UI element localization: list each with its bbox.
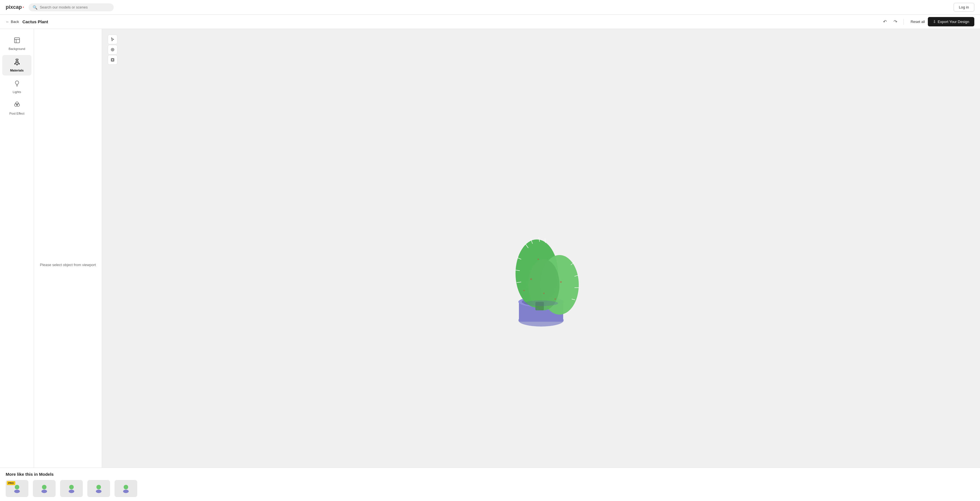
- svg-point-43: [524, 300, 558, 306]
- svg-point-47: [41, 490, 47, 493]
- lights-icon: [14, 80, 21, 88]
- frame-tool-button[interactable]: [108, 55, 118, 65]
- background-icon: [14, 37, 21, 45]
- svg-point-36: [530, 278, 532, 280]
- svg-point-38: [560, 281, 562, 283]
- svg-point-52: [124, 485, 128, 489]
- export-label: Export Your Design: [938, 19, 969, 24]
- thumbnail-item-1[interactable]: PRO: [6, 480, 29, 497]
- svg-point-15: [112, 49, 113, 50]
- main-content: Background Materials: [0, 29, 980, 501]
- cactus-svg: [487, 197, 595, 333]
- cactus-container: [102, 29, 980, 501]
- export-button[interactable]: ⇩ Export Your Design: [928, 17, 974, 26]
- svg-point-53: [123, 490, 129, 493]
- svg-point-49: [68, 490, 74, 493]
- viewport-tools: [108, 35, 118, 65]
- logo-text: pixcap: [6, 4, 22, 10]
- thumbnails-row: PRO: [6, 480, 974, 497]
- back-button[interactable]: ← Back: [6, 19, 19, 24]
- svg-rect-0: [14, 38, 19, 43]
- rotate-tool-button[interactable]: [108, 45, 118, 54]
- svg-point-8: [18, 64, 19, 64]
- search-input[interactable]: [40, 5, 110, 10]
- sidebar-label-post-effect: Post Effect: [10, 112, 24, 115]
- thumbnail-item-4[interactable]: [88, 480, 110, 497]
- sidebar-item-lights[interactable]: Lights: [2, 77, 32, 97]
- thumbnail-item-3[interactable]: [60, 480, 83, 497]
- svg-point-39: [555, 298, 556, 300]
- bottom-section: More like this in Models PRO: [0, 467, 980, 501]
- sidebar-item-background[interactable]: Background: [2, 34, 32, 54]
- navbar: pixcap· 🔍 Log in: [0, 0, 980, 15]
- svg-point-37: [543, 293, 545, 294]
- redo-button[interactable]: ↷: [891, 17, 899, 26]
- viewport[interactable]: [102, 29, 980, 501]
- search-bar[interactable]: 🔍: [29, 3, 114, 11]
- select-tool-button[interactable]: [108, 35, 118, 44]
- post-effect-icon: [14, 102, 21, 110]
- sidebar-item-post-effect[interactable]: Post Effect: [2, 98, 32, 118]
- undo-button[interactable]: ↶: [881, 17, 889, 26]
- subheader: ← Back Cactus Plant ↶ ↷ Reset all ⇩ Expo…: [0, 15, 980, 29]
- svg-rect-2: [16, 61, 18, 62]
- logo-dot: ·: [22, 4, 24, 11]
- svg-point-7: [14, 64, 15, 64]
- thumbnail-item-2[interactable]: [33, 480, 56, 497]
- export-icon: ⇩: [933, 19, 936, 24]
- panel-message: Please select object from viewport: [40, 262, 96, 268]
- more-like-this-title: More like this in Models: [6, 472, 974, 477]
- sidebar-label-materials: Materials: [10, 69, 24, 72]
- toolbar-center: ↶ ↷ Reset all: [881, 17, 928, 26]
- sidebar-label-background: Background: [8, 47, 25, 51]
- pro-badge: PRO: [7, 481, 15, 485]
- svg-point-51: [96, 490, 102, 493]
- svg-point-44: [15, 485, 19, 489]
- svg-point-9: [16, 64, 17, 65]
- panel-area: Please select object from viewport: [34, 29, 102, 501]
- reset-all-button[interactable]: Reset all: [908, 18, 928, 26]
- thumbnail-item-5[interactable]: [115, 480, 137, 497]
- back-arrow-icon: ←: [6, 19, 10, 24]
- navbar-left: pixcap· 🔍: [6, 3, 114, 11]
- sidebar-item-materials[interactable]: Materials: [2, 55, 32, 75]
- sidebar-label-lights: Lights: [13, 90, 21, 94]
- back-label: Back: [11, 19, 19, 24]
- search-icon: 🔍: [33, 5, 37, 10]
- svg-point-50: [96, 485, 101, 489]
- left-sidebar: Background Materials: [0, 29, 34, 501]
- page-title: Cactus Plant: [22, 19, 881, 24]
- svg-point-41: [523, 290, 525, 291]
- svg-rect-1: [16, 59, 18, 60]
- svg-rect-17: [112, 59, 113, 61]
- materials-icon: [14, 59, 21, 67]
- login-button[interactable]: Log in: [954, 3, 974, 12]
- logo: pixcap·: [6, 4, 24, 11]
- svg-point-14: [111, 48, 114, 51]
- svg-point-46: [42, 485, 46, 489]
- svg-point-45: [14, 490, 20, 493]
- svg-point-40: [538, 259, 539, 260]
- svg-point-48: [69, 485, 74, 489]
